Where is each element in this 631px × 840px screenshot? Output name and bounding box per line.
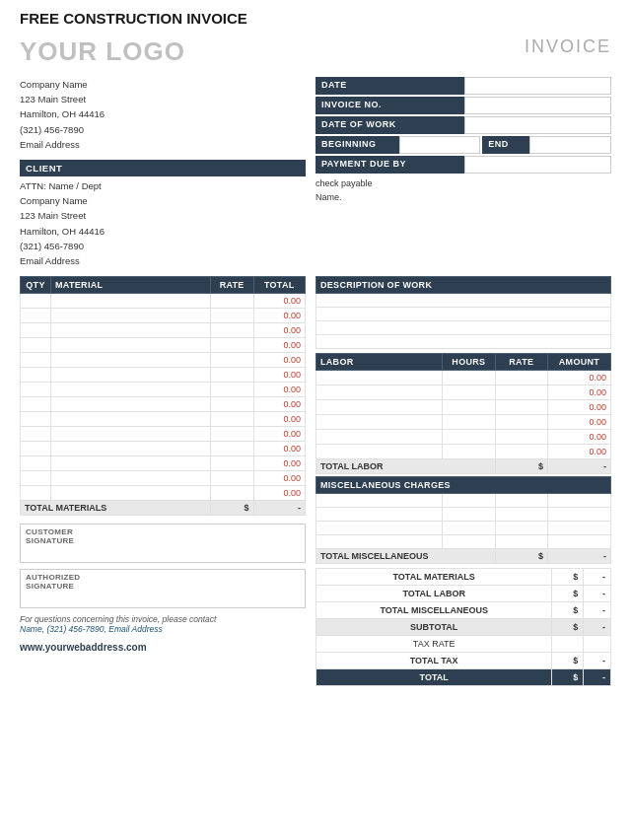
labor-col-header: LABOR: [316, 354, 443, 371]
table-row[interactable]: 0.00: [21, 383, 306, 397]
summary-row-taxrate: TAX RATE: [316, 636, 611, 653]
table-row[interactable]: 0.00: [21, 323, 306, 338]
company-phone: (321) 456-7890: [20, 122, 306, 137]
amount-header: AMOUNT: [547, 354, 610, 371]
customer-sig-label: CUSTOMER: [26, 527, 300, 536]
date-of-work-label: DATE OF WORK: [316, 116, 464, 134]
beginning-end-row: BEGINNING END: [316, 136, 611, 154]
qty-header: QTY: [21, 277, 51, 294]
table-row[interactable]: 0.00: [21, 412, 306, 427]
client-city: Hamilton, OH 44416: [20, 224, 306, 239]
company-address: Company Name 123 Main Street Hamilton, O…: [20, 77, 306, 152]
hours-col-header: HOURS: [443, 354, 495, 371]
materials-table: QTY MATERIAL RATE TOTAL 0.00 0.00 0.00 0…: [20, 276, 306, 516]
logo: YOUR LOGO: [20, 36, 185, 67]
footer-url: www.yourwebaddress.com: [20, 642, 306, 653]
table-row[interactable]: 0.00: [316, 445, 611, 459]
company-street: 123 Main Street: [20, 92, 306, 106]
client-attn: ATTN: Name / Dept: [20, 178, 306, 193]
date-value[interactable]: [464, 77, 611, 95]
client-header: CLIENT: [20, 160, 306, 176]
right-section: DESCRIPTION OF WORK LABOR HOURS RATE AMO…: [316, 276, 611, 686]
labor-table: LABOR HOURS RATE AMOUNT 0.00 0.00 0.00 0…: [316, 353, 611, 474]
table-row[interactable]: 0.00: [316, 430, 611, 445]
table-row[interactable]: 0.00: [21, 442, 306, 456]
rate-header: RATE: [210, 277, 253, 294]
company-email: Email Address: [20, 137, 306, 152]
invoice-no-label: INVOICE NO.: [316, 97, 464, 114]
table-row[interactable]: 0.00: [316, 415, 611, 430]
labor-rate-header: RATE: [495, 354, 547, 371]
beginning-value[interactable]: [399, 136, 481, 154]
table-row[interactable]: 0.00: [21, 338, 306, 353]
date-row: DATE: [316, 77, 611, 95]
misc-header: MISCELLANEOUS CHARGES: [316, 477, 611, 494]
client-info: ATTN: Name / Dept Company Name 123 Main …: [20, 178, 306, 268]
desc-row[interactable]: [316, 321, 611, 335]
summary-row-materials: TOTAL MATERIALS $ -: [316, 569, 611, 586]
labor-total-row: TOTAL LABOR $ -: [316, 459, 611, 474]
date-label: DATE: [316, 77, 464, 95]
table-row[interactable]: [316, 508, 611, 522]
payment-due-value[interactable]: [464, 156, 611, 174]
customer-signature-box[interactable]: CUSTOMER SIGNATURE: [20, 524, 306, 563]
footer-contact: Name, (321) 456-7890, Email Address: [20, 624, 163, 634]
client-name: Company Name: [20, 193, 306, 208]
invoice-no-row: INVOICE NO.: [316, 97, 611, 114]
desc-header: DESCRIPTION OF WORK: [316, 277, 611, 294]
client-email: Email Address: [20, 253, 306, 268]
desc-row[interactable]: [316, 294, 611, 308]
company-city: Hamilton, OH 44416: [20, 106, 306, 121]
payment-note1: check payable: [316, 177, 611, 191]
footer-note: For questions concerning this invoice, p…: [20, 614, 306, 634]
date-of-work-row: DATE OF WORK: [316, 116, 611, 134]
invoice-no-value[interactable]: [464, 97, 611, 114]
table-row[interactable]: 0.00: [21, 309, 306, 323]
table-row[interactable]: 0.00: [316, 385, 611, 400]
table-row[interactable]: 0.00: [21, 368, 306, 383]
summary-row-subtotal: SUBTOTAL $ -: [316, 619, 611, 636]
payment-note: check payable Name.: [316, 177, 611, 204]
misc-table: MISCELLANEOUS CHARGES TOTAL MISCELLANEOU…: [316, 476, 611, 564]
summary-row-totaltax: TOTAL TAX $ -: [316, 653, 611, 669]
table-row[interactable]: 0.00: [21, 427, 306, 442]
material-header: MATERIAL: [51, 277, 211, 294]
table-row[interactable]: [316, 535, 611, 549]
table-row[interactable]: 0.00: [21, 294, 306, 309]
table-row[interactable]: [316, 494, 611, 508]
authorized-sig-label: AUTHORIZED: [26, 573, 300, 582]
table-row[interactable]: 0.00: [316, 400, 611, 415]
invoice-label: INVOICE: [525, 36, 611, 57]
end-label: END: [482, 136, 529, 154]
materials-section: QTY MATERIAL RATE TOTAL 0.00 0.00 0.00 0…: [20, 276, 306, 653]
payment-due-row: PAYMENT DUE BY: [316, 156, 611, 174]
materials-total-row: TOTAL MATERIALS $ -: [21, 501, 306, 516]
beginning-label: BEGINNING: [316, 136, 399, 154]
table-row[interactable]: 0.00: [21, 397, 306, 412]
company-name: Company Name: [20, 77, 306, 92]
end-value[interactable]: [529, 136, 611, 154]
client-street: 123 Main Street: [20, 208, 306, 223]
authorized-sig-sub: SIGNATURE: [26, 582, 300, 591]
payment-due-label: PAYMENT DUE BY: [316, 156, 464, 174]
summary-table: TOTAL MATERIALS $ - TOTAL LABOR $ - TOTA…: [316, 568, 611, 686]
table-row[interactable]: [316, 522, 611, 535]
table-row[interactable]: 0.00: [21, 456, 306, 471]
total-header: TOTAL: [253, 277, 305, 294]
desc-row[interactable]: [316, 308, 611, 321]
page-title: FREE CONSTRUCTION INVOICE: [20, 10, 611, 27]
table-row[interactable]: 0.00: [316, 371, 611, 385]
table-row[interactable]: 0.00: [21, 471, 306, 486]
client-phone: (321) 456-7890: [20, 239, 306, 253]
desc-row[interactable]: [316, 335, 611, 349]
misc-total-row: TOTAL MISCELLANEOUS $ -: [316, 549, 611, 564]
summary-row-labor: TOTAL LABOR $ -: [316, 586, 611, 602]
date-of-work-value[interactable]: [464, 116, 611, 134]
table-row[interactable]: 0.00: [21, 353, 306, 368]
summary-row-misc: TOTAL MISCELLANEOUS $ -: [316, 602, 611, 619]
summary-row-total: TOTAL $ -: [316, 669, 611, 686]
description-table: DESCRIPTION OF WORK: [316, 276, 611, 349]
authorized-signature-box[interactable]: AUTHORIZED SIGNATURE: [20, 569, 306, 608]
customer-sig-sub: SIGNATURE: [26, 536, 300, 545]
table-row[interactable]: 0.00: [21, 486, 306, 501]
